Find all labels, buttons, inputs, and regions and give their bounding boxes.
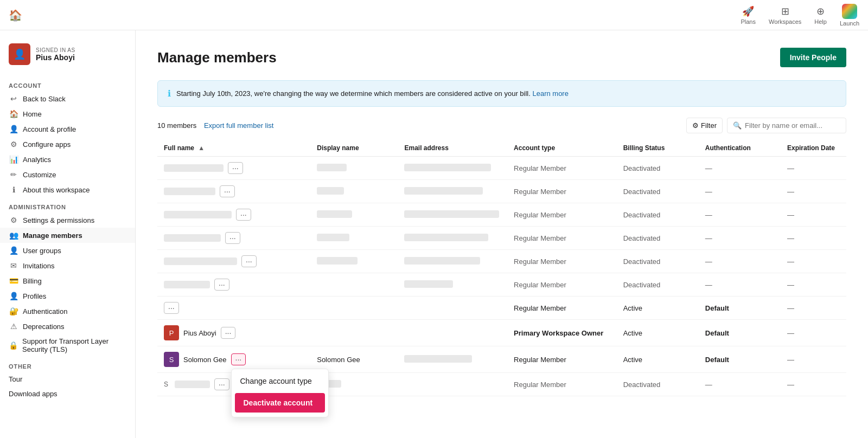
section-label-admin: ADMINISTRATION [0, 197, 135, 212]
filter-area: ⚙ Filter 🔍 [686, 118, 846, 133]
invite-people-button[interactable]: Invite People [780, 48, 846, 67]
user-section: 👤 SIGNED IN AS Pius Aboyi [0, 37, 135, 76]
sidebar-item-configure-label: Configure apps [23, 140, 71, 149]
table-row: ··· Regular Member Deactivated — — [157, 203, 846, 227]
sidebar-item-invitations[interactable]: ✉ Invitations [0, 258, 135, 273]
sort-arrow-icon: ▲ [198, 144, 205, 152]
col-header-billing: Billing Status [617, 140, 699, 157]
search-icon: 🔍 [733, 121, 742, 130]
sidebar-item-settings-permissions[interactable]: ⚙ Settings & permissions [0, 212, 135, 228]
sidebar-item-analytics[interactable]: 📊 Analytics [0, 152, 135, 167]
sidebar-item-deprecations-label: Deprecations [23, 323, 65, 331]
sidebar-item-tls[interactable]: 🔒 Support for Transport Layer Security (… [0, 334, 135, 357]
table-row-solomon-gee: S Solomon Gee ··· Change account type De… [157, 346, 846, 373]
members-count: 10 members [157, 121, 196, 130]
sidebar: 👤 SIGNED IN AS Pius Aboyi ACCOUNT ↩ Back… [0, 30, 136, 438]
user-info: SIGNED IN AS Pius Aboyi [36, 47, 75, 62]
sidebar-item-account-profile[interactable]: 👤 Account & profile [0, 121, 135, 137]
launch-nav-item[interactable]: Launch [840, 4, 859, 27]
export-link[interactable]: Export full member list [204, 121, 274, 130]
user-name: Pius Aboyi [36, 53, 75, 62]
sidebar-item-user-groups-label: User groups [23, 247, 61, 255]
learn-more-link[interactable]: Learn more [532, 89, 568, 98]
help-nav-item[interactable]: ⊕ Help [814, 5, 827, 25]
sidebar-item-customize[interactable]: ✏ Customize [0, 167, 135, 182]
settings-icon: ⚙ [9, 216, 18, 224]
top-nav-right: 🚀 Plans ⊞ Workspaces ⊕ Help Launch [741, 4, 859, 27]
more-button[interactable]: ··· [225, 232, 240, 244]
more-button[interactable]: ··· [214, 279, 229, 291]
avatar: 👤 [9, 43, 30, 65]
deactivate-account-button[interactable]: Deactivate account [235, 393, 325, 413]
sidebar-item-profiles[interactable]: 👤 Profiles [0, 288, 135, 304]
sidebar-item-deprecations[interactable]: ⚠ Deprecations [0, 319, 135, 334]
analytics-icon: 📊 [9, 155, 18, 164]
col-header-fullname[interactable]: Full name ▲ [157, 140, 310, 157]
sidebar-item-tour-label: Tour [9, 375, 22, 383]
col-header-expiry: Expiration Date [781, 140, 846, 157]
help-label: Help [814, 18, 827, 25]
context-menu-wrapper: ··· Change account type Deactivate accou… [231, 353, 246, 365]
members-table: Full name ▲ Display name Email address A… [157, 140, 846, 396]
members-icon: 👥 [9, 231, 18, 240]
sidebar-item-about-workspace[interactable]: ℹ About this workspace [0, 182, 135, 197]
sidebar-item-billing-label: Billing [23, 277, 42, 285]
plans-nav-item[interactable]: 🚀 Plans [741, 5, 756, 25]
top-nav-left: 🏠 [9, 9, 22, 22]
sidebar-item-home-label: Home [23, 110, 42, 118]
members-count-area: 10 members Export full member list [157, 121, 273, 130]
top-nav: 🏠 🚀 Plans ⊞ Workspaces ⊕ Help Launch [0, 0, 868, 30]
sidebar-item-invitations-label: Invitations [23, 262, 55, 270]
billing-icon: 💳 [9, 276, 18, 285]
sidebar-item-customize-label: Customize [23, 171, 56, 179]
sidebar-item-analytics-label: Analytics [23, 156, 51, 164]
sidebar-item-account-label: Account & profile [23, 125, 76, 133]
invitations-icon: ✉ [9, 261, 18, 270]
home-nav-icon[interactable]: 🏠 [9, 9, 22, 22]
more-button[interactable]: ··· [228, 162, 243, 174]
sidebar-item-auth-label: Authentication [23, 307, 67, 315]
deprecations-icon: ⚠ [9, 322, 18, 331]
table-container: Full name ▲ Display name Email address A… [157, 140, 846, 396]
more-button[interactable]: ··· [220, 185, 235, 197]
more-button[interactable]: ··· [214, 378, 229, 390]
more-button[interactable]: ··· [236, 209, 251, 221]
context-menu-popup: Change account type Deactivate account [231, 369, 329, 417]
sidebar-item-back-to-slack[interactable]: ↩ Back to Slack [0, 91, 135, 106]
col-header-auth: Authentication [699, 140, 781, 157]
sidebar-item-authentication[interactable]: 🔐 Authentication [0, 304, 135, 319]
page-header: Manage members Invite People [157, 48, 846, 67]
sidebar-item-download-apps[interactable]: Download apps [0, 387, 135, 401]
launch-icon [842, 4, 857, 19]
table-row: ··· Regular Member Deactivated — — [157, 180, 846, 203]
sidebar-item-members-label: Manage members [23, 231, 82, 240]
plans-label: Plans [741, 18, 756, 25]
filter-button[interactable]: ⚙ Filter [686, 118, 723, 133]
members-toolbar: 10 members Export full member list ⚙ Fil… [157, 118, 846, 133]
row-avatar: S [164, 352, 179, 367]
about-icon: ℹ [9, 185, 18, 194]
sidebar-item-home[interactable]: 🏠 Home [0, 106, 135, 121]
sidebar-item-user-groups[interactable]: 👤 User groups [0, 243, 135, 258]
workspaces-nav-item[interactable]: ⊞ Workspaces [769, 5, 801, 25]
sidebar-item-back-label: Back to Slack [23, 95, 66, 103]
more-button-active[interactable]: ··· [231, 353, 246, 365]
search-input[interactable] [745, 121, 840, 130]
workspaces-label: Workspaces [769, 18, 801, 25]
account-icon: 👤 [9, 125, 18, 133]
sidebar-item-configure-apps[interactable]: ⚙ Configure apps [0, 137, 135, 152]
more-button[interactable]: ··· [241, 255, 257, 267]
workspaces-icon: ⊞ [781, 5, 789, 17]
col-header-display: Display name [310, 140, 398, 157]
user-groups-icon: 👤 [9, 246, 18, 255]
change-account-type-button[interactable]: Change account type [232, 371, 328, 391]
main-layout: 👤 SIGNED IN AS Pius Aboyi ACCOUNT ↩ Back… [0, 30, 868, 438]
more-button[interactable]: ··· [221, 327, 236, 339]
sidebar-item-billing[interactable]: 💳 Billing [0, 273, 135, 288]
sidebar-item-tour[interactable]: Tour [0, 372, 135, 387]
sidebar-item-manage-members[interactable]: 👥 Manage members [0, 228, 135, 243]
sidebar-item-settings-label: Settings & permissions [23, 216, 94, 224]
back-icon: ↩ [9, 94, 18, 103]
more-button[interactable]: ··· [164, 302, 179, 314]
section-label-account: ACCOUNT [0, 76, 135, 91]
